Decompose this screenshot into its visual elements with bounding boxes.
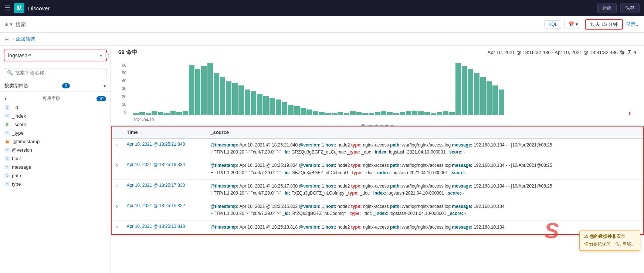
show-button[interactable]: 显示...: [626, 21, 640, 28]
chart-bar: [487, 81, 492, 115]
chart-bar: [183, 111, 188, 115]
list-item[interactable]: # _score: [0, 120, 111, 129]
chart-bar: [276, 100, 281, 115]
field-type-icon: t: [4, 173, 10, 178]
calendar-button[interactable]: 📅 ▾: [564, 20, 582, 28]
table-row: ›Apr 10, 2021 @ 18:25:15.822@timestamp: …: [112, 200, 643, 220]
time-cell: Apr 10, 2021 @ 18:25:13.818: [122, 220, 206, 234]
chart-bar: [344, 113, 349, 115]
available-fields-header[interactable]: ▾ 可用字段 10: [0, 94, 111, 103]
field-type-icon: t: [4, 105, 10, 110]
filter-icon[interactable]: ⊟: [4, 36, 9, 42]
expand-row-button[interactable]: ›: [116, 142, 118, 148]
source-cell: @timestamp: Apr 10, 2021 @ 18:25:13.818 …: [206, 220, 643, 234]
chart-bar: [499, 90, 504, 115]
calendar-chevron-icon: ▾: [576, 21, 578, 27]
kql-button[interactable]: KQL: [544, 20, 561, 28]
table-row: ›Apr 10, 2021 @ 18:25:21.840@timestamp: …: [112, 138, 643, 159]
chart-bar: [400, 112, 405, 115]
field-type-icon: t: [4, 182, 10, 186]
new-button[interactable]: 新建: [597, 3, 617, 13]
chart-bar: [257, 94, 262, 115]
chart-bar: [288, 105, 294, 115]
list-item[interactable]: t _id: [0, 103, 111, 112]
list-item[interactable]: ⊡ @timestamp: [0, 137, 111, 146]
list-item[interactable]: t message: [0, 163, 111, 171]
type-filter-row[interactable]: 按类型筛选 0 ▾: [0, 80, 111, 92]
collapse-icon[interactable]: ⟨: [105, 53, 111, 58]
source-cell: @timestamp: Apr 10, 2021 @ 18:25:15.822 …: [206, 200, 643, 220]
expand-row-button[interactable]: ›: [116, 162, 118, 168]
list-item[interactable]: t @version: [0, 146, 111, 154]
chevron-down-icon: ▾: [4, 96, 7, 101]
time-column-header[interactable]: [112, 127, 122, 138]
chart-bar: [406, 111, 411, 115]
time-range-button[interactable]: 过去 15 分钟: [585, 19, 623, 30]
index-selector[interactable]: ⊞ ▾: [4, 21, 13, 27]
chart-bar: [263, 96, 269, 115]
chart-bar: [139, 112, 145, 115]
day-label: 天: [627, 49, 632, 56]
chart-bar: [238, 85, 244, 115]
chart-bar: [431, 113, 436, 115]
time-cell: Apr 10, 2021 @ 18:25:15.822: [122, 200, 206, 220]
chart-bar: [214, 73, 219, 115]
list-item[interactable]: t type: [0, 180, 111, 188]
table-row: ›Apr 10, 2021 @ 18:25:13.818@timestamp: …: [112, 220, 643, 234]
hamburger-menu[interactable]: ☰: [4, 4, 10, 12]
time-column-header[interactable]: Time ↓: [122, 127, 206, 138]
chart-bar: [245, 90, 250, 115]
expand-row-button[interactable]: ›: [116, 203, 118, 209]
chart-bar: [207, 63, 213, 115]
chart-bar: [201, 66, 207, 115]
granularity-label: 每: [620, 49, 625, 56]
save-button[interactable]: 保存: [620, 3, 640, 13]
chart-bar: [170, 111, 176, 115]
chart-bar: [282, 102, 287, 115]
content-area: 69 命中 Apr 10, 2021 @ 18:16:32.486 - Apr …: [111, 46, 644, 273]
field-name: _type: [12, 130, 24, 136]
add-filter-button[interactable]: + 添加筛选: [12, 36, 35, 43]
available-fields-label: 可用字段: [43, 95, 60, 102]
list-item[interactable]: t path: [0, 171, 111, 180]
field-name: @timestamp: [13, 139, 40, 144]
chevron-down-icon: ▾: [10, 21, 13, 27]
chart-bar: [393, 113, 399, 115]
expand-row-button[interactable]: ›: [116, 183, 118, 189]
source-column-header[interactable]: _source: [206, 127, 643, 138]
chart-bar: [319, 112, 325, 115]
field-type-icon: t: [4, 131, 10, 135]
y-label: 30: [118, 86, 126, 91]
field-type-icon: ⊡: [4, 139, 10, 144]
y-label: 10: [118, 102, 126, 107]
chart-bar: [492, 85, 498, 115]
results-table: Time ↓ _source ›Apr 10, 2021 @ 18:25:21.…: [112, 127, 643, 234]
chart-bar: [356, 112, 362, 115]
list-item[interactable]: t _type: [0, 129, 111, 137]
field-search-input[interactable]: [15, 70, 104, 75]
sidebar-search-box[interactable]: 🔍: [4, 68, 107, 77]
results-table-container: Time ↓ _source ›Apr 10, 2021 @ 18:25:21.…: [111, 126, 644, 273]
time-range-text: Apr 10, 2021 @ 18:16:32.486 - Apr 10, 20…: [488, 50, 618, 55]
type-filter-badge: 0: [62, 83, 70, 88]
search-input[interactable]: [16, 21, 541, 27]
index-pattern-label: logstash-*: [8, 53, 31, 58]
chart-bar: [455, 63, 461, 115]
sort-icon: ↓: [140, 130, 143, 135]
chart-bar: [424, 112, 430, 115]
security-warning-body: 切勿委托任何一位, 启能。: [584, 241, 635, 247]
list-item[interactable]: t host: [0, 154, 111, 163]
chart-bar: [189, 65, 194, 115]
chevron-down-icon[interactable]: ▾: [634, 50, 637, 55]
available-fields-count: 10: [96, 96, 106, 101]
chart-bar: [313, 111, 318, 115]
expand-row-button[interactable]: ›: [116, 224, 118, 230]
field-type-icon: t: [4, 148, 10, 152]
source-cell: @timestamp: Apr 10, 2021 @ 18:25:17.830 …: [206, 179, 643, 200]
chart-bar: [146, 113, 151, 115]
chart-bar: [332, 113, 337, 115]
field-type-icon: t: [4, 156, 10, 161]
chart-y-axis: 60 50 40 30 20 10 0: [118, 63, 126, 114]
index-pattern-selector[interactable]: logstash-* ▾ ⟨: [4, 50, 107, 61]
list-item[interactable]: t _index: [0, 112, 111, 120]
